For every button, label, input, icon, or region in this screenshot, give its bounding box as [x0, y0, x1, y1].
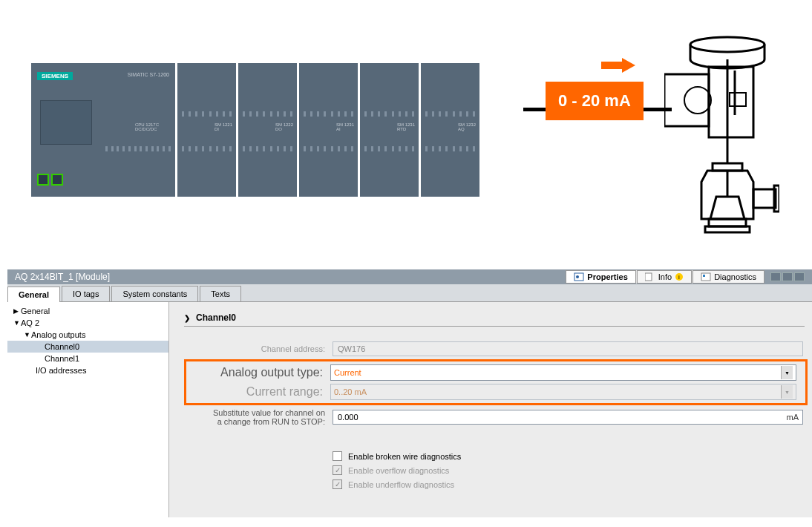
- svg-rect-6: [730, 93, 746, 106]
- subtab-texts[interactable]: Texts: [200, 286, 241, 301]
- sm-module-3: SM 1231 AI: [299, 63, 360, 197]
- ethernet-ports: [37, 174, 63, 186]
- tree-general[interactable]: ▶General: [7, 305, 168, 317]
- cpu-screen: [40, 100, 92, 145]
- plc-series-label: SIMATIC S7-1200: [128, 72, 169, 77]
- underflow-label: Enable underflow diagnostics: [348, 480, 454, 489]
- tree-io-addresses[interactable]: I/O addresses: [7, 364, 168, 376]
- subtab-system-constants[interactable]: System constants: [111, 286, 198, 301]
- subtab-general[interactable]: General: [7, 287, 60, 302]
- tab-diagnostics[interactable]: Diagnostics: [693, 270, 764, 284]
- analog-type-select[interactable]: Current ▼: [330, 364, 796, 381]
- channel-address-field: [333, 341, 803, 356]
- content-pane: ❯ Channel0 Channel address: Analog outpu…: [169, 302, 812, 517]
- signal-arrow-icon: [601, 58, 638, 73]
- svg-rect-16: [645, 273, 652, 281]
- sm-module-1: SM 1221 DI: [177, 63, 238, 197]
- panel-title: AQ 2x14BIT_1 [Module]: [15, 272, 566, 282]
- properties-icon: [574, 272, 584, 281]
- cpu-type-label: CPU 1217C DC/DC/DC: [135, 122, 175, 131]
- window-control-3[interactable]: [794, 272, 805, 281]
- svg-point-3: [684, 87, 711, 114]
- plc-cpu-module: SIEMENS SIMATIC S7-1200 CPU 1217C DC/DC/…: [31, 63, 177, 197]
- window-control-1[interactable]: [770, 272, 781, 281]
- sm-module-5: SM 1232 AQ: [421, 63, 482, 197]
- substitute-value-field[interactable]: [333, 410, 803, 425]
- svg-rect-13: [705, 226, 750, 232]
- svg-point-15: [576, 275, 579, 278]
- substitute-label: Substitute value for channel on a change…: [184, 408, 333, 426]
- sm-module-2: SM 1222 DO: [238, 63, 299, 197]
- overflow-checkbox: [333, 465, 342, 475]
- sub-tab-bar: General IO tags System constants Texts: [7, 284, 812, 302]
- subtab-io-tags[interactable]: IO tags: [62, 286, 110, 301]
- collapse-icon[interactable]: ❯: [184, 314, 190, 322]
- svg-rect-20: [703, 275, 705, 277]
- underflow-checkbox: [333, 479, 342, 489]
- current-range-label: Current range:: [186, 385, 330, 399]
- tree-channel1[interactable]: Channel1: [7, 353, 168, 364]
- panel-title-bar: AQ 2x14BIT_1 [Module] Properties Info i …: [7, 269, 812, 284]
- substitute-unit: mA: [787, 413, 799, 422]
- analog-type-label: Analog output type:: [186, 366, 330, 379]
- channel-address-label: Channel address:: [184, 344, 333, 353]
- tab-properties[interactable]: Properties: [566, 270, 635, 284]
- nav-tree: ▶General ▼AQ 2 ▼Analog outputs Channel0 …: [7, 302, 169, 517]
- section-header: ❯ Channel0: [184, 312, 805, 327]
- siemens-logo: SIEMENS: [37, 72, 73, 80]
- tree-aq2[interactable]: ▼AQ 2: [7, 317, 168, 329]
- plc-rack: SIEMENS SIMATIC S7-1200 CPU 1217C DC/DC/…: [31, 63, 482, 197]
- sm-module-4: SM 1231 RTD: [360, 63, 421, 197]
- svg-rect-1: [664, 74, 709, 126]
- signal-value-label: 0 - 20 mA: [546, 82, 644, 120]
- broken-wire-label: Enable broken wire diagnostics: [348, 452, 461, 461]
- svg-rect-9: [753, 189, 776, 208]
- tree-channel0[interactable]: Channel0: [7, 341, 168, 353]
- highlighted-settings: Analog output type: Current ▼ Current ra…: [184, 359, 808, 405]
- overflow-label: Enable overflow diagnostics: [348, 466, 449, 475]
- info-icon: [645, 272, 655, 281]
- svg-rect-19: [701, 273, 710, 281]
- valve-actuator-icon: [664, 30, 779, 252]
- dropdown-icon: ▼: [781, 366, 793, 379]
- diagnostics-icon: [701, 272, 711, 281]
- tree-analog-outputs[interactable]: ▼Analog outputs: [7, 329, 168, 341]
- broken-wire-checkbox[interactable]: [333, 451, 342, 461]
- window-control-2[interactable]: [782, 272, 793, 281]
- svg-point-0: [690, 37, 764, 52]
- dropdown-icon: ▼: [781, 385, 793, 399]
- tab-info[interactable]: Info i: [637, 270, 692, 284]
- current-range-select[interactable]: 0..20 mA ▼: [330, 384, 796, 400]
- svg-text:i: i: [678, 274, 680, 281]
- info-badge-icon: i: [675, 272, 684, 281]
